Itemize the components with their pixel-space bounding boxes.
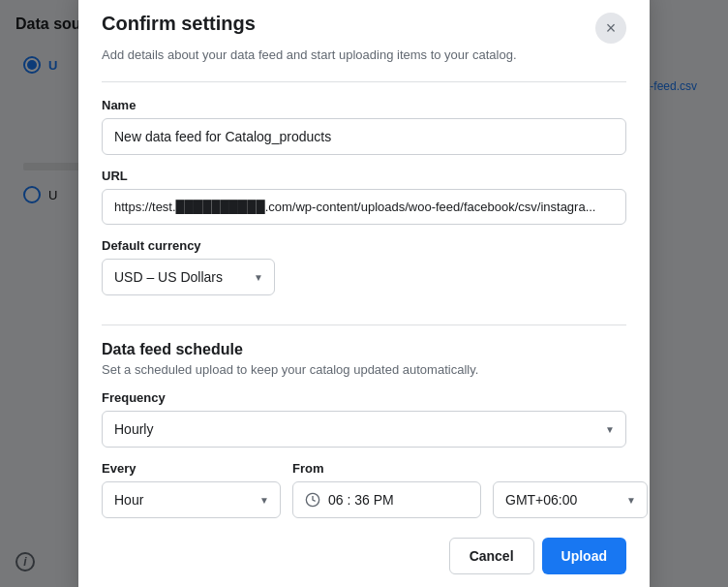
frequency-label: Frequency [102, 390, 626, 405]
frequency-select[interactable]: Hourly Daily Weekly [102, 411, 626, 448]
url-label: URL [102, 169, 626, 183]
timezone-select[interactable]: GMT+06:00 GMT+00:00 GMT-05:00 [493, 481, 648, 518]
from-group: From 06 : 36 PM [292, 461, 481, 518]
from-label: From [292, 461, 481, 476]
every-label: Every [102, 461, 281, 476]
time-display: 06 : 36 PM [328, 492, 394, 508]
timezone-spacer [493, 461, 648, 476]
name-label: Name [102, 98, 626, 112]
divider-1 [102, 81, 626, 82]
currency-select[interactable]: USD – US Dollars EUR – Euro GBP – Britis… [102, 259, 275, 295]
url-input[interactable] [102, 189, 626, 225]
currency-label: Default currency [102, 238, 626, 253]
divider-2 [102, 324, 626, 325]
schedule-subtitle: Set a scheduled upload to keep your cata… [102, 362, 626, 377]
every-select[interactable]: Hour 2 Hours 4 Hours 6 Hours [102, 481, 281, 518]
timezone-group: GMT+06:00 GMT+00:00 GMT-05:00 [493, 461, 648, 518]
frequency-select-wrapper: Hourly Daily Weekly [102, 411, 626, 448]
modal-title: Confirm settings [102, 13, 256, 35]
schedule-title: Data feed schedule [102, 341, 626, 358]
modal-subtitle: Add details about your data feed and sta… [102, 47, 626, 62]
modal-header: Confirm settings × [102, 13, 626, 44]
currency-select-wrapper: USD – US Dollars EUR – Euro GBP – Britis… [102, 259, 275, 295]
upload-button[interactable]: Upload [542, 538, 626, 574]
time-input[interactable]: 06 : 36 PM [292, 481, 481, 518]
modal-footer: Cancel Upload [102, 538, 626, 574]
timezone-select-wrapper: GMT+06:00 GMT+00:00 GMT-05:00 [493, 481, 648, 518]
every-select-wrapper: Hour 2 Hours 4 Hours 6 Hours [102, 481, 281, 518]
schedule-row: Every Hour 2 Hours 4 Hours 6 Hours From [102, 461, 626, 518]
modal-overlay: Confirm settings × Add details about you… [0, 0, 728, 587]
cancel-button[interactable]: Cancel [449, 538, 534, 574]
every-group: Every Hour 2 Hours 4 Hours 6 Hours [102, 461, 281, 518]
clock-icon [305, 492, 320, 508]
close-button[interactable]: × [595, 13, 626, 44]
confirm-settings-modal: Confirm settings × Add details about you… [78, 0, 650, 587]
name-input[interactable] [102, 118, 626, 155]
